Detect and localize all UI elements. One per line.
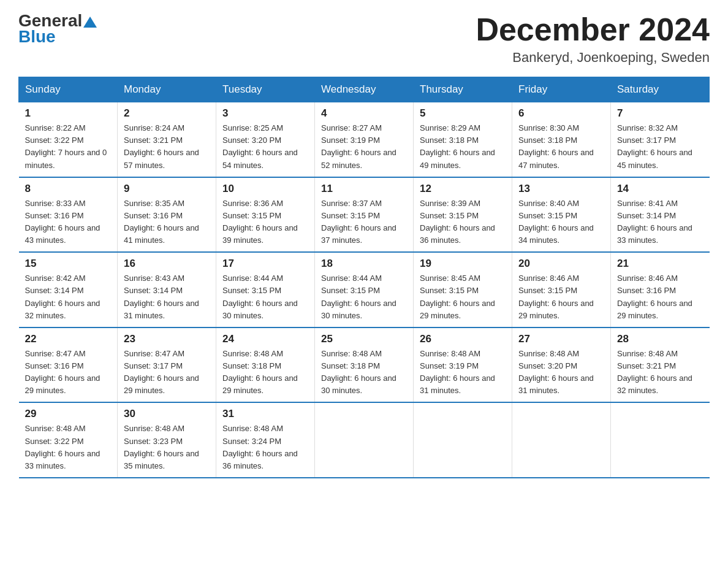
day-number: 27 bbox=[518, 333, 604, 345]
day-info: Sunrise: 8:35 AMSunset: 3:16 PMDaylight:… bbox=[124, 197, 210, 247]
logo: General Blue bbox=[18, 12, 97, 47]
calendar-week-row: 15Sunrise: 8:42 AMSunset: 3:14 PMDayligh… bbox=[19, 252, 710, 327]
day-number: 3 bbox=[222, 107, 308, 120]
weekday-header-tuesday: Tuesday bbox=[216, 77, 315, 102]
calendar-cell bbox=[315, 402, 414, 478]
title-area: December 2024 Bankeryd, Joenkoeping, Swe… bbox=[476, 12, 710, 66]
day-info: Sunrise: 8:46 AMSunset: 3:15 PMDaylight:… bbox=[518, 272, 604, 322]
day-number: 23 bbox=[124, 333, 210, 345]
day-info: Sunrise: 8:47 AMSunset: 3:16 PMDaylight:… bbox=[25, 348, 112, 397]
day-number: 17 bbox=[222, 258, 308, 270]
day-number: 19 bbox=[420, 258, 506, 270]
svg-marker-0 bbox=[83, 17, 97, 28]
day-number: 10 bbox=[222, 183, 308, 195]
calendar-cell: 25Sunrise: 8:48 AMSunset: 3:18 PMDayligh… bbox=[315, 327, 414, 403]
day-info: Sunrise: 8:41 AMSunset: 3:14 PMDaylight:… bbox=[617, 197, 703, 247]
day-number: 14 bbox=[617, 183, 703, 195]
day-number: 21 bbox=[617, 258, 703, 270]
day-number: 7 bbox=[617, 107, 703, 120]
day-info: Sunrise: 8:48 AMSunset: 3:18 PMDaylight:… bbox=[222, 348, 308, 397]
calendar-cell: 17Sunrise: 8:44 AMSunset: 3:15 PMDayligh… bbox=[216, 252, 315, 327]
calendar-cell: 14Sunrise: 8:41 AMSunset: 3:14 PMDayligh… bbox=[611, 177, 710, 253]
calendar-cell: 23Sunrise: 8:47 AMSunset: 3:17 PMDayligh… bbox=[118, 327, 216, 403]
day-number: 6 bbox=[518, 107, 604, 120]
day-info: Sunrise: 8:42 AMSunset: 3:14 PMDaylight:… bbox=[25, 272, 112, 322]
day-info: Sunrise: 8:48 AMSunset: 3:21 PMDaylight:… bbox=[617, 348, 703, 397]
calendar-cell: 3Sunrise: 8:25 AMSunset: 3:20 PMDaylight… bbox=[216, 102, 315, 177]
day-info: Sunrise: 8:48 AMSunset: 3:20 PMDaylight:… bbox=[518, 348, 604, 397]
logo-blue-text: Blue bbox=[18, 27, 56, 47]
day-number: 8 bbox=[25, 183, 112, 195]
day-info: Sunrise: 8:22 AMSunset: 3:22 PMDaylight:… bbox=[25, 122, 112, 172]
day-info: Sunrise: 8:48 AMSunset: 3:18 PMDaylight:… bbox=[321, 348, 407, 397]
weekday-header-thursday: Thursday bbox=[414, 77, 512, 102]
day-info: Sunrise: 8:44 AMSunset: 3:15 PMDaylight:… bbox=[321, 272, 407, 322]
weekday-header-monday: Monday bbox=[118, 77, 216, 102]
calendar-cell: 13Sunrise: 8:40 AMSunset: 3:15 PMDayligh… bbox=[512, 177, 611, 253]
calendar-cell: 31Sunrise: 8:48 AMSunset: 3:24 PMDayligh… bbox=[216, 402, 315, 478]
calendar-cell: 24Sunrise: 8:48 AMSunset: 3:18 PMDayligh… bbox=[216, 327, 315, 403]
calendar-cell: 9Sunrise: 8:35 AMSunset: 3:16 PMDaylight… bbox=[118, 177, 216, 253]
day-number: 2 bbox=[124, 107, 210, 120]
day-number: 18 bbox=[321, 258, 407, 270]
day-number: 26 bbox=[420, 333, 506, 345]
day-info: Sunrise: 8:25 AMSunset: 3:20 PMDaylight:… bbox=[222, 122, 308, 172]
day-info: Sunrise: 8:48 AMSunset: 3:24 PMDaylight:… bbox=[222, 423, 308, 472]
calendar-cell bbox=[414, 402, 512, 478]
calendar-table: SundayMondayTuesdayWednesdayThursdayFrid… bbox=[18, 77, 710, 478]
day-info: Sunrise: 8:33 AMSunset: 3:16 PMDaylight:… bbox=[25, 197, 112, 247]
weekday-header-friday: Friday bbox=[512, 77, 611, 102]
calendar-cell: 7Sunrise: 8:32 AMSunset: 3:17 PMDaylight… bbox=[611, 102, 710, 177]
day-number: 11 bbox=[321, 183, 407, 195]
day-info: Sunrise: 8:24 AMSunset: 3:21 PMDaylight:… bbox=[124, 122, 210, 172]
calendar-cell: 22Sunrise: 8:47 AMSunset: 3:16 PMDayligh… bbox=[19, 327, 118, 403]
day-number: 5 bbox=[420, 107, 506, 120]
calendar-cell: 26Sunrise: 8:48 AMSunset: 3:19 PMDayligh… bbox=[414, 327, 512, 403]
weekday-header-saturday: Saturday bbox=[611, 77, 710, 102]
day-number: 9 bbox=[124, 183, 210, 195]
calendar-week-row: 22Sunrise: 8:47 AMSunset: 3:16 PMDayligh… bbox=[19, 327, 710, 403]
month-title: December 2024 bbox=[476, 12, 710, 47]
calendar-cell: 8Sunrise: 8:33 AMSunset: 3:16 PMDaylight… bbox=[19, 177, 118, 253]
weekday-header-wednesday: Wednesday bbox=[315, 77, 414, 102]
calendar-cell: 11Sunrise: 8:37 AMSunset: 3:15 PMDayligh… bbox=[315, 177, 414, 253]
day-number: 4 bbox=[321, 107, 407, 120]
day-info: Sunrise: 8:48 AMSunset: 3:19 PMDaylight:… bbox=[420, 348, 506, 397]
day-info: Sunrise: 8:36 AMSunset: 3:15 PMDaylight:… bbox=[222, 197, 308, 247]
calendar-week-row: 8Sunrise: 8:33 AMSunset: 3:16 PMDaylight… bbox=[19, 177, 710, 253]
calendar-cell: 28Sunrise: 8:48 AMSunset: 3:21 PMDayligh… bbox=[611, 327, 710, 403]
day-number: 28 bbox=[617, 333, 703, 345]
calendar-cell: 27Sunrise: 8:48 AMSunset: 3:20 PMDayligh… bbox=[512, 327, 611, 403]
day-info: Sunrise: 8:48 AMSunset: 3:23 PMDaylight:… bbox=[124, 423, 210, 472]
calendar-cell: 21Sunrise: 8:46 AMSunset: 3:16 PMDayligh… bbox=[611, 252, 710, 327]
day-info: Sunrise: 8:47 AMSunset: 3:17 PMDaylight:… bbox=[124, 348, 210, 397]
day-info: Sunrise: 8:39 AMSunset: 3:15 PMDaylight:… bbox=[420, 197, 506, 247]
day-info: Sunrise: 8:37 AMSunset: 3:15 PMDaylight:… bbox=[321, 197, 407, 247]
page-header: General Blue December 2024 Bankeryd, Joe… bbox=[18, 12, 710, 66]
calendar-cell: 19Sunrise: 8:45 AMSunset: 3:15 PMDayligh… bbox=[414, 252, 512, 327]
day-info: Sunrise: 8:40 AMSunset: 3:15 PMDaylight:… bbox=[518, 197, 604, 247]
calendar-cell: 29Sunrise: 8:48 AMSunset: 3:22 PMDayligh… bbox=[19, 402, 118, 478]
calendar-cell: 12Sunrise: 8:39 AMSunset: 3:15 PMDayligh… bbox=[414, 177, 512, 253]
calendar-week-row: 29Sunrise: 8:48 AMSunset: 3:22 PMDayligh… bbox=[19, 402, 710, 478]
calendar-cell: 10Sunrise: 8:36 AMSunset: 3:15 PMDayligh… bbox=[216, 177, 315, 253]
calendar-cell: 2Sunrise: 8:24 AMSunset: 3:21 PMDaylight… bbox=[118, 102, 216, 177]
calendar-cell: 1Sunrise: 8:22 AMSunset: 3:22 PMDaylight… bbox=[19, 102, 118, 177]
day-info: Sunrise: 8:45 AMSunset: 3:15 PMDaylight:… bbox=[420, 272, 506, 322]
day-number: 16 bbox=[124, 258, 210, 270]
day-info: Sunrise: 8:44 AMSunset: 3:15 PMDaylight:… bbox=[222, 272, 308, 322]
calendar-cell: 15Sunrise: 8:42 AMSunset: 3:14 PMDayligh… bbox=[19, 252, 118, 327]
weekday-header-row: SundayMondayTuesdayWednesdayThursdayFrid… bbox=[19, 77, 710, 102]
day-number: 20 bbox=[518, 258, 604, 270]
day-number: 29 bbox=[25, 408, 112, 420]
day-info: Sunrise: 8:43 AMSunset: 3:14 PMDaylight:… bbox=[124, 272, 210, 322]
calendar-cell bbox=[512, 402, 611, 478]
calendar-cell: 20Sunrise: 8:46 AMSunset: 3:15 PMDayligh… bbox=[512, 252, 611, 327]
day-number: 30 bbox=[124, 408, 210, 420]
calendar-week-row: 1Sunrise: 8:22 AMSunset: 3:22 PMDaylight… bbox=[19, 102, 710, 177]
day-number: 1 bbox=[25, 107, 112, 120]
day-number: 24 bbox=[222, 333, 308, 345]
day-info: Sunrise: 8:48 AMSunset: 3:22 PMDaylight:… bbox=[25, 423, 112, 472]
day-info: Sunrise: 8:29 AMSunset: 3:18 PMDaylight:… bbox=[420, 122, 506, 172]
location-text: Bankeryd, Joenkoeping, Sweden bbox=[476, 50, 710, 66]
